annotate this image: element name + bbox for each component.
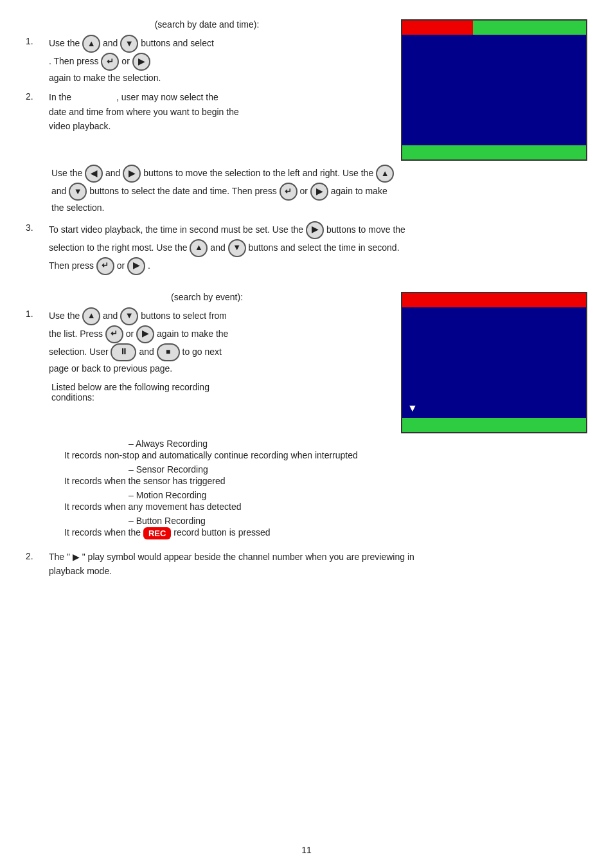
preview2-bottom-bar	[402, 418, 586, 432]
page: (search by date and time): 1. Use the ▲ …	[0, 0, 613, 868]
sensor-recording-label-wrap: – Sensor Recording	[77, 464, 587, 475]
right-arrow-btn2[interactable]: ▶	[306, 221, 324, 239]
item1-text2: buttons and select	[141, 38, 214, 48]
item1-and1: and	[103, 38, 120, 48]
ev1-text5: selection. User	[49, 347, 111, 357]
recording-intro: Listed below are the following recording…	[51, 382, 388, 402]
ev-down-btn[interactable]: ▼	[120, 307, 138, 325]
rec-desc-text: It records when the	[64, 527, 143, 538]
up-arrow-btn3[interactable]: ▲	[190, 239, 208, 257]
video-preview-2: ▼	[401, 292, 587, 433]
ev-stop-btn[interactable]: ■	[157, 343, 180, 361]
always-recording-desc: It records non-stop and automatically co…	[64, 450, 587, 460]
play-btn2[interactable]: ▶	[310, 183, 328, 201]
ev2-text2: playback mode.	[49, 566, 112, 576]
event-right: ▼	[401, 292, 587, 433]
list-item-2: 2. In the , user may now select the date…	[26, 90, 388, 133]
up-arrow-btn2[interactable]: ▲	[376, 165, 394, 183]
ev1-and1: and	[103, 311, 120, 321]
para-text2: buttons to move the selection to the lef…	[143, 168, 376, 178]
ev1-text7: page or back to previous page.	[49, 363, 172, 374]
ev1-text1: Use the	[49, 311, 82, 321]
item2-text3: video playback.	[49, 121, 111, 131]
down-arrow-btn3[interactable]: ▼	[228, 239, 246, 257]
button-recording-label-wrap: – Button Recording	[77, 516, 587, 526]
left-arrow-btn[interactable]: ◀	[85, 165, 103, 183]
rec-desc-text2: record button is pressed	[173, 527, 270, 538]
item3-text2: buttons to move the	[326, 224, 405, 235]
down-arrow-btn2[interactable]: ▼	[69, 183, 87, 201]
list-item-1: 1. Use the ▲ and ▼ buttons and select . …	[26, 35, 388, 85]
up-arrow-btn[interactable]: ▲	[82, 35, 100, 53]
ev1-text3: the list. Press	[49, 329, 105, 339]
para-text5: the selection.	[51, 203, 105, 213]
para-text3: buttons to select the date and time. The…	[89, 186, 279, 196]
sensor-recording-desc: It records when the sensor has triggered	[64, 476, 587, 486]
list-content-2: In the , user may now select the date an…	[49, 90, 388, 133]
page-number: 11	[301, 845, 312, 855]
rec-button[interactable]: REC	[143, 527, 171, 539]
motion-recording-desc: It records when any movement has detecte…	[64, 502, 587, 512]
recording-intro-text: Listed below are the following recording	[51, 382, 209, 392]
item2-text2: date and time from where you want to beg…	[49, 107, 239, 117]
ev-up-btn[interactable]: ▲	[82, 307, 100, 325]
section2-header: (search by event):	[26, 292, 388, 302]
play-btn3[interactable]: ▶	[127, 257, 145, 275]
para-and1: and	[105, 168, 123, 178]
right-arrow-btn[interactable]: ▶	[123, 165, 141, 183]
para-text4: again to make	[331, 186, 387, 196]
ev2-text1: The " ▶ " play symbol would appear besid…	[49, 552, 414, 562]
para-text1: Use the	[51, 168, 85, 178]
top-section: (search by date and time): 1. Use the ▲ …	[26, 19, 587, 161]
event-content-1: Use the ▲ and ▼ buttons to select from t…	[49, 307, 388, 375]
play-btn[interactable]: ▶	[132, 53, 150, 71]
preview1-red-bar	[402, 21, 473, 35]
top-right-content	[401, 19, 587, 161]
item3-text1: To start video playback, the time in sec…	[49, 224, 306, 235]
item3-text3: selection to the right most. Use the	[49, 242, 190, 253]
item1-or: or	[121, 56, 132, 66]
sensor-recording-label: – Sensor Recording	[129, 464, 587, 475]
enter-btn2[interactable]: ↵	[280, 183, 298, 201]
recording-types: – Always Recording	[77, 439, 587, 449]
item3-and1: and	[210, 242, 227, 253]
ev1-text4: again to make the	[157, 329, 228, 339]
para-and2: and	[51, 186, 69, 196]
list-content-3: To start video playback, the time in sec…	[49, 221, 587, 275]
button-recording-label: – Button Recording	[129, 516, 587, 526]
list-num-2: 2.	[26, 91, 46, 102]
section1-header: (search by date and time):	[26, 19, 388, 30]
always-recording-label: – Always Recording	[129, 439, 587, 449]
item3-text4: buttons and select the time in second.	[248, 242, 399, 253]
ev-enter-btn[interactable]: ↵	[105, 325, 123, 343]
list-item-3: 3. To start video playback, the time in …	[26, 221, 587, 275]
top-left-content: (search by date and time): 1. Use the ▲ …	[26, 19, 388, 161]
motion-recording-label: – Motion Recording	[129, 490, 587, 500]
event-section: (search by event): 1. Use the ▲ and ▼ bu…	[26, 292, 587, 433]
item1-text1: Use the	[49, 38, 82, 48]
down-arrow-btn[interactable]: ▼	[120, 35, 138, 53]
list-num-3: 3.	[26, 222, 46, 233]
list-content-1: Use the ▲ and ▼ buttons and select . The…	[49, 35, 388, 85]
ev-pause-btn[interactable]: ⏸	[111, 343, 136, 361]
video-preview-1	[401, 19, 587, 161]
motion-recording-label-wrap: – Motion Recording	[77, 490, 587, 500]
event-left: (search by event): 1. Use the ▲ and ▼ bu…	[26, 292, 388, 433]
button-recording-desc: It records when the REC record button is…	[64, 527, 587, 539]
item1-text3: . Then press	[49, 56, 101, 66]
ev1-text2: buttons to select from	[141, 311, 227, 321]
enter-btn[interactable]: ↵	[101, 53, 119, 71]
ev1-and2: and	[139, 347, 156, 357]
ev1-text6: to go next	[182, 347, 222, 357]
para-move-selection: Use the ◀ and ▶ buttons to move the sele…	[51, 165, 587, 216]
item3-text5: Then press	[49, 260, 96, 271]
item1-text4: again to make the selection.	[49, 73, 161, 83]
enter-btn3[interactable]: ↵	[96, 257, 114, 275]
preview1-bottom-bar	[402, 145, 586, 159]
ev-play-btn[interactable]: ▶	[136, 325, 154, 343]
preview2-arrow: ▼	[407, 402, 418, 414]
item3-text6: .	[148, 260, 150, 271]
event-num-2: 2.	[26, 551, 46, 561]
event-num-1: 1.	[26, 309, 46, 319]
event-item-2: 2. The " ▶ " play symbol would appear be…	[26, 550, 587, 579]
